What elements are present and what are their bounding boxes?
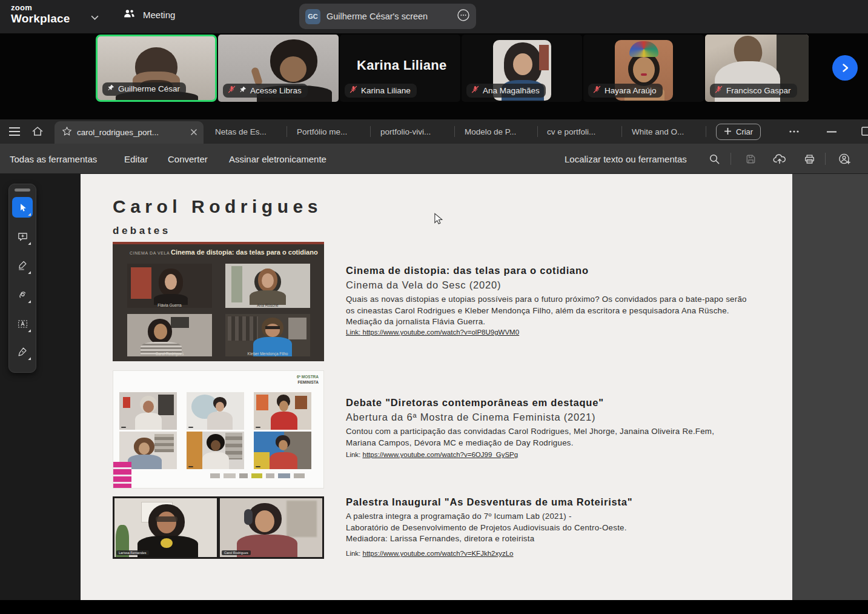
minimize-button[interactable]: [824, 119, 840, 144]
maximize-button[interactable]: [860, 119, 868, 144]
meeting-tab[interactable]: Meeting: [123, 8, 175, 21]
cloud-upload-icon[interactable]: [773, 152, 786, 165]
background-frame: [171, 317, 189, 328]
chevron-down-icon[interactable]: [91, 12, 99, 23]
background-blur: [287, 501, 317, 537]
cam-name: Carol Rodrigues: [156, 352, 184, 356]
video-tile-francisco[interactable]: Francisco Gaspar: [705, 35, 809, 102]
tool-flyout-indicator: [28, 300, 31, 303]
screen-share-label: Guilherme César's screen: [326, 12, 451, 21]
sponsor-logo: [266, 473, 274, 478]
entry-link[interactable]: Link: https://www.youtube.com/watch?v=6O…: [346, 451, 518, 458]
entry-title: Cinema de distopia: das telas para o cot…: [346, 265, 589, 276]
tab-white-and-o[interactable]: White and O...: [632, 119, 684, 144]
print-icon[interactable]: [803, 152, 816, 165]
silhouette-body: [270, 452, 297, 469]
search-icon[interactable]: [707, 152, 721, 165]
tab-cv-portfolio[interactable]: cv e portfoli...: [547, 119, 595, 144]
participant-display-name: Karina Liliane: [357, 58, 446, 73]
entry-body: Contou com a participação das convidadas…: [346, 426, 746, 449]
link-url[interactable]: https://www.youtube.com/watch?v=KFJkh2xy…: [363, 550, 514, 557]
background-door: [187, 432, 202, 469]
cam-feed-2: [187, 392, 244, 430]
silhouette-body: [207, 412, 233, 430]
zoom-logo-text: zoom: [11, 4, 70, 12]
link-prefix: Link:: [346, 329, 360, 336]
participant-label: Karina Liliane: [345, 84, 417, 98]
screen-share-pill[interactable]: GC Guilherme César's screen: [299, 4, 476, 29]
tool-flyout-indicator: [28, 213, 31, 216]
video-tile-hayara[interactable]: Hayara Araújo: [583, 35, 704, 102]
next-participants-button[interactable]: [832, 55, 858, 81]
palette-drag-handle[interactable]: [15, 189, 30, 192]
plus-icon: [724, 127, 732, 137]
viewer-background-right: [792, 174, 868, 600]
sponsor-logo: [278, 473, 290, 478]
create-label: Criar: [736, 127, 753, 136]
entry-link[interactable]: Link: https://www.youtube.com/watch?v=KF…: [346, 550, 513, 557]
participant-video-strip: Guilherme César Acesse Libras Karina Lil…: [0, 33, 868, 119]
tab-netas[interactable]: Netas de Es...: [215, 119, 267, 144]
silhouette-face: [280, 56, 306, 82]
sponsor-logos-strip: [210, 473, 305, 478]
tab-divider: [706, 126, 706, 137]
muted-mic-icon: [715, 85, 723, 95]
entry-body: A palestra integra a programação do 7º I…: [346, 511, 753, 545]
silhouette-face: [165, 274, 177, 290]
home-icon[interactable]: [31, 125, 44, 140]
fill-sign-tool[interactable]: [12, 341, 33, 362]
avatar: GC: [305, 9, 320, 24]
select-tool[interactable]: [12, 197, 33, 218]
participant-label: Francisco Gaspar: [710, 84, 797, 98]
search-label[interactable]: Localizar texto ou ferramentas: [565, 144, 687, 174]
link-url[interactable]: https://www.youtube.com/watch?v=6OJ99_Gy…: [363, 451, 518, 458]
highlight-tool[interactable]: [12, 255, 33, 276]
close-icon[interactable]: [190, 127, 197, 138]
text-box-tool[interactable]: [12, 313, 33, 334]
save-icon[interactable]: [744, 152, 757, 165]
meeting-label: Meeting: [143, 10, 175, 20]
pin-icon: [107, 84, 114, 93]
menu-editar[interactable]: Editar: [124, 144, 148, 174]
more-tabs-icon[interactable]: [785, 119, 803, 144]
video-tile-karina[interactable]: Karina Liliane Karina Liliane: [340, 35, 460, 102]
video-tile-acesse-libras[interactable]: Acesse Libras: [218, 35, 339, 102]
menu-assinar[interactable]: Assinar eletronicamente: [229, 144, 326, 174]
muted-mic-icon: [228, 85, 236, 95]
draw-tool[interactable]: [12, 284, 33, 305]
tab-carol-rodrigues-active[interactable]: carol_rodrigues_port...: [55, 121, 204, 144]
entry-link[interactable]: Link: https://www.youtube.com/watch?v=ol…: [346, 329, 519, 336]
pdf-tab-bar: carol_rodrigues_port... Netas de Es... P…: [0, 119, 868, 144]
create-tab-button[interactable]: Criar: [716, 124, 761, 140]
menu-converter[interactable]: Converter: [168, 144, 208, 174]
tab-title: portfolio-vivi...: [380, 127, 431, 136]
silhouette-body: [202, 452, 229, 469]
tab-title: White and O...: [632, 127, 684, 136]
muted-mic-icon: [471, 85, 479, 95]
add-person-icon[interactable]: [838, 152, 851, 165]
cam-name: Ana Rüsche: [257, 303, 278, 307]
cam-name-pill: [188, 466, 193, 467]
participant-label: Acesse Libras: [223, 84, 308, 98]
tab-modelo[interactable]: Modelo de P...: [465, 119, 516, 144]
cam-name: Larissa Fernandes: [116, 550, 149, 555]
entry-subtitle: Abertura da 6ª Mostra de Cinema Feminist…: [346, 412, 595, 423]
more-options-icon[interactable]: [457, 8, 470, 24]
tab-portfolio-vivi[interactable]: portfolio-vivi...: [380, 119, 431, 144]
star-icon[interactable]: [62, 126, 72, 139]
cam-name: Flávia Guerra: [157, 303, 181, 307]
video-tile-guilherme[interactable]: Guilherme César: [96, 35, 217, 102]
link-url[interactable]: https://www.youtube.com/watch?v=olP8U9gW…: [363, 329, 520, 336]
silhouette-face: [279, 440, 288, 450]
background-window: [158, 395, 174, 415]
menu-label: Assinar eletronicamente: [229, 154, 326, 164]
video-tile-ana[interactable]: Ana Magalhães: [462, 35, 582, 102]
hamburger-menu-icon[interactable]: [8, 127, 21, 139]
link-prefix: Link:: [346, 451, 360, 458]
menu-todas-ferramentas[interactable]: Todas as ferramentas: [10, 144, 97, 174]
tab-portfolio-me[interactable]: Portfólio me...: [297, 119, 347, 144]
comment-tool[interactable]: [12, 226, 33, 247]
cam-name-pill: [188, 427, 193, 428]
background-shelf: [154, 434, 174, 452]
cam-name: Carol Rodrigues: [222, 550, 251, 555]
